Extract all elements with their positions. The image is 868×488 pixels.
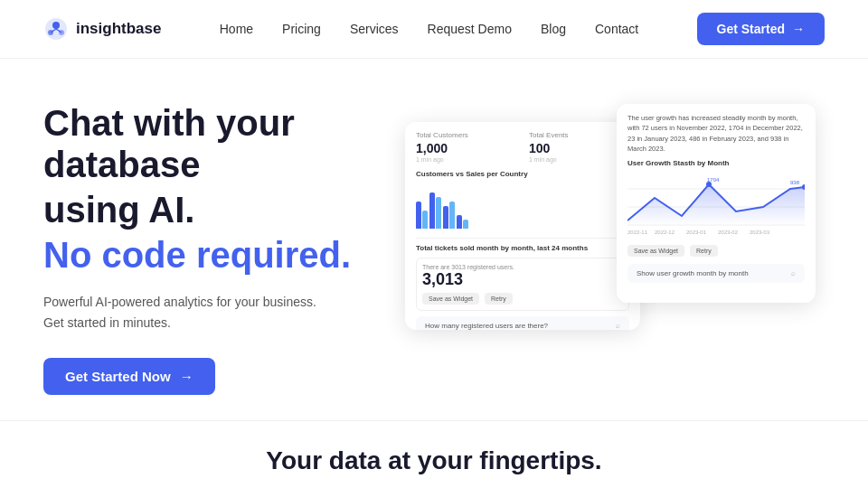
hero-section: Chat with your database using AI. No cod…: [0, 59, 868, 420]
hero-cta-button[interactable]: Get Started Now →: [43, 358, 215, 395]
retry-button-back[interactable]: Retry: [485, 293, 513, 305]
nav-pricing[interactable]: Pricing: [282, 22, 321, 36]
hero-description: Powerful AI-powered analytics for your b…: [43, 292, 387, 333]
nav-request-demo[interactable]: Request Demo: [428, 22, 512, 36]
logo-text: insightbase: [76, 20, 161, 38]
user-growth-chart: 2022-11 2022-12 2023-01 2023-02 2023-03 …: [627, 171, 805, 234]
retry-button-front[interactable]: Retry: [690, 245, 718, 257]
save-widget-button-front[interactable]: Save as Widget: [627, 245, 684, 257]
nav-services[interactable]: Services: [350, 22, 399, 36]
svg-text:2022-11: 2022-11: [627, 230, 648, 234]
svg-text:2023-03: 2023-03: [750, 230, 770, 234]
logo-icon: [43, 16, 69, 42]
nav-contact[interactable]: Contact: [595, 22, 638, 36]
hero-heading-line2: using AI.: [43, 189, 387, 230]
nav-links: Home Pricing Services Request Demo Blog …: [220, 21, 639, 37]
navbar-cta-button[interactable]: Get Started →: [697, 13, 825, 45]
svg-text:2023-01: 2023-01: [686, 230, 707, 234]
mockup-front-card: The user growth has increased steadily m…: [617, 104, 816, 303]
customers-sales-chart: [416, 183, 629, 229]
hero-subheading: No code required.: [43, 234, 387, 276]
save-widget-button-back[interactable]: Save as Widget: [422, 293, 479, 305]
hero-mockups: Total Customers 1,000 1 min ago Total Ev…: [405, 95, 825, 402]
svg-text:2022-12: 2022-12: [655, 230, 675, 234]
stat-customers: Total Customers 1,000 1 min ago: [416, 131, 516, 163]
bottom-section: Your data at your fingertips.: [0, 420, 868, 488]
svg-text:1704: 1704: [707, 177, 720, 183]
svg-text:2023-02: 2023-02: [718, 230, 739, 234]
hero-left: Chat with your database using AI. No cod…: [43, 102, 387, 395]
stat-events: Total Events 100 1 min ago: [529, 131, 629, 163]
svg-point-1: [52, 22, 60, 29]
navbar: insightbase Home Pricing Services Reques…: [0, 0, 868, 59]
nav-home[interactable]: Home: [220, 22, 253, 36]
nav-blog[interactable]: Blog: [541, 22, 566, 36]
mockup-back-card: Total Customers 1,000 1 min ago Total Ev…: [405, 122, 640, 330]
svg-text:938: 938: [790, 180, 800, 185]
query-result: There are 3013 registered users. 3,013 S…: [416, 258, 629, 311]
hero-cta-arrow-icon: →: [180, 369, 193, 384]
query-box-back: How many registered users are there? ⌕: [416, 316, 629, 330]
hero-heading-line1: Chat with your database: [43, 102, 387, 185]
bottom-heading: Your data at your fingertips.: [43, 446, 825, 475]
logo: insightbase: [43, 16, 161, 42]
navbar-cta-arrow-icon: →: [792, 22, 805, 36]
query-box-front: Show user growth month by month ⌕: [627, 264, 805, 283]
